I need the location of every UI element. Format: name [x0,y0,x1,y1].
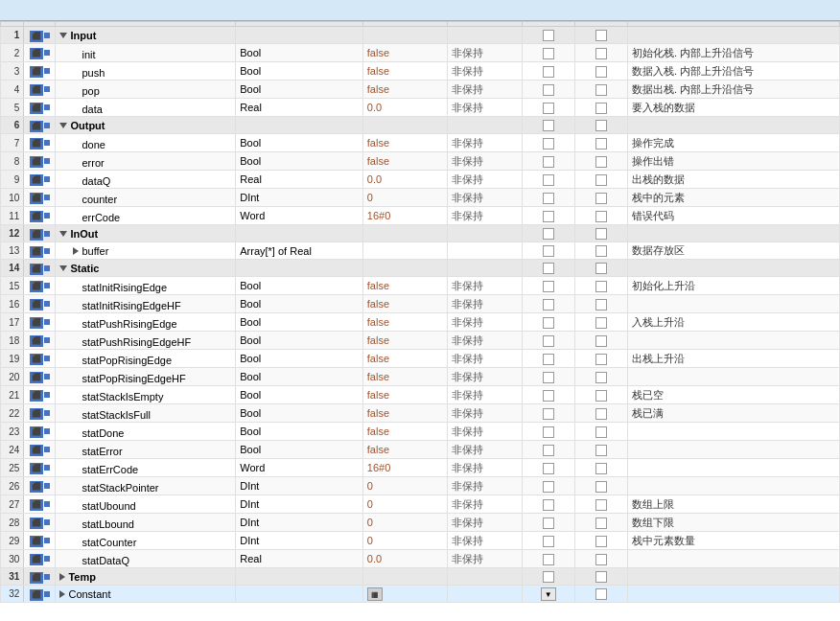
monitor-checkbox-box[interactable] [595,518,607,529]
row-monitor-checkbox[interactable] [574,207,627,225]
table-row[interactable]: 11⬛errCodeWord16#0非保持错误代码 [1,207,840,225]
table-row[interactable]: 14⬛Static [1,260,840,277]
table-row[interactable]: 20⬛statPopRisingEdgeHFBoolfalse非保持 [1,368,840,386]
row-setval-checkbox[interactable] [522,80,574,99]
setval-checkbox-box[interactable] [543,499,554,511]
row-setval-checkbox[interactable] [522,313,574,332]
setval-checkbox-box[interactable] [543,299,554,310]
table-row[interactable]: 10⬛counterDInt0非保持栈中的元素 [1,189,840,207]
row-setval-checkbox[interactable] [522,295,574,313]
row-setval-checkbox[interactable] [522,260,574,277]
row-name[interactable]: InOut [56,225,236,242]
monitor-checkbox-box[interactable] [595,174,607,186]
table-row[interactable]: 9⬛dataQReal0.0非保持出栈的数据 [1,171,840,189]
table-row[interactable]: 27⬛statUboundDInt0非保持数组上限 [1,495,840,514]
row-monitor-checkbox[interactable] [574,459,627,477]
setval-checkbox-box[interactable] [543,228,554,240]
row-monitor-checkbox[interactable] [574,134,627,152]
row-setval-checkbox[interactable] [522,514,574,532]
monitor-checkbox-box[interactable] [595,408,607,420]
setval-checkbox-box[interactable] [543,211,554,222]
table-row[interactable]: 13⬛bufferArray[*] of Real数据存放区 [1,242,840,260]
monitor-checkbox-box[interactable] [595,263,607,274]
table-row[interactable]: 22⬛statStackIsFullBoolfalse非保持栈已满 [1,404,840,423]
setval-checkbox-box[interactable] [543,30,554,41]
table-row[interactable]: 16⬛statInitRisingEdgeHFBoolfalse非保持 [1,295,840,313]
row-setval-checkbox[interactable] [522,99,574,117]
row-monitor-checkbox[interactable] [574,242,627,260]
row-setval-checkbox[interactable] [522,332,574,350]
row-setval-checkbox[interactable] [522,404,574,423]
row-setval-checkbox[interactable] [522,423,574,441]
monitor-checkbox-box[interactable] [595,463,607,474]
row-monitor-checkbox[interactable] [574,386,627,404]
row-setval-checkbox[interactable] [522,368,574,386]
setval-checkbox-box[interactable] [543,390,554,402]
monitor-checkbox-box[interactable] [595,390,607,402]
setval-checkbox-box[interactable] [543,335,554,347]
monitor-checkbox-box[interactable] [595,103,607,114]
row-monitor-checkbox[interactable] [574,332,627,350]
row-monitor-checkbox[interactable] [574,152,627,171]
setval-checkbox-box[interactable] [543,481,554,493]
monitor-checkbox-box[interactable] [595,588,607,600]
row-monitor-checkbox[interactable] [574,423,627,441]
row-monitor-checkbox[interactable] [574,586,627,603]
table-row[interactable]: 8⬛errorBoolfalse非保持操作出错 [1,152,840,171]
row-name[interactable]: Constant [56,586,236,603]
row-monitor-checkbox[interactable] [574,295,627,313]
monitor-checkbox-box[interactable] [595,193,607,204]
row-setval-checkbox[interactable] [522,550,574,568]
row-monitor-checkbox[interactable] [574,495,627,514]
row-monitor-checkbox[interactable] [574,532,627,550]
monitor-checkbox-box[interactable] [595,228,607,240]
monitor-checkbox-box[interactable] [595,120,607,131]
monitor-checkbox-box[interactable] [595,536,607,547]
row-monitor-checkbox[interactable] [574,568,627,586]
row-setval-checkbox[interactable] [522,350,574,368]
setval-checkbox-box[interactable] [543,48,554,59]
table-row[interactable]: 5⬛dataReal0.0非保持要入栈的数据 [1,99,840,117]
row-monitor-checkbox[interactable] [574,313,627,332]
setval-checkbox-box[interactable] [543,317,554,329]
row-monitor-checkbox[interactable] [574,277,627,295]
row-name[interactable]: Static [56,260,236,277]
monitor-checkbox-box[interactable] [595,354,607,365]
table-row[interactable]: 19⬛statPopRisingEdgeBoolfalse非保持出栈上升沿 [1,350,840,368]
row-setval-checkbox[interactable] [522,386,574,404]
monitor-checkbox-box[interactable] [595,138,607,150]
table-row[interactable]: 7⬛doneBoolfalse非保持操作完成 [1,134,840,152]
table-row[interactable]: 12⬛InOut [1,225,840,242]
monitor-checkbox-box[interactable] [595,156,607,168]
row-setval-checkbox[interactable] [522,532,574,550]
monitor-checkbox-box[interactable] [595,554,607,565]
table-row[interactable]: 30⬛statDataQReal0.0非保持 [1,550,840,568]
row-monitor-checkbox[interactable] [574,514,627,532]
monitor-checkbox-box[interactable] [595,245,607,257]
row-setval-checkbox[interactable] [522,568,574,586]
row-setval-checkbox[interactable] [522,277,574,295]
table-container[interactable]: 1⬛Input2⬛initBoolfalse非保持初始化栈. 内部上升沿信号3⬛… [0,21,840,621]
setval-checkbox-box[interactable] [543,193,554,204]
row-setval-checkbox[interactable]: ▼ [522,586,574,603]
row-setval-checkbox[interactable] [522,189,574,207]
setval-checkbox-box[interactable] [543,408,554,420]
setval-checkbox-box[interactable] [543,103,554,114]
table-row[interactable]: 21⬛statStackIsEmptyBoolfalse非保持栈已空 [1,386,840,404]
monitor-checkbox-box[interactable] [595,317,607,329]
table-row[interactable]: 1⬛Input [1,27,840,44]
monitor-checkbox-box[interactable] [595,372,607,383]
monitor-checkbox-box[interactable] [595,30,607,41]
row-monitor-checkbox[interactable] [574,62,627,80]
table-row[interactable]: 28⬛statLboundDInt0非保持数组下限 [1,514,840,532]
setval-checkbox-box[interactable] [543,245,554,257]
table-row[interactable]: 32⬛Constant▦▼ [1,586,840,603]
setval-checkbox-box[interactable] [543,281,554,292]
setval-checkbox-box[interactable] [543,445,554,456]
setval-checkbox-box[interactable] [543,138,554,150]
setval-checkbox-box[interactable] [543,372,554,383]
setval-checkbox-box[interactable] [543,518,554,529]
table-row[interactable]: 3⬛pushBoolfalse非保持数据入栈. 内部上升沿信号 [1,62,840,80]
row-setval-checkbox[interactable] [522,477,574,495]
row-setval-checkbox[interactable] [522,441,574,459]
